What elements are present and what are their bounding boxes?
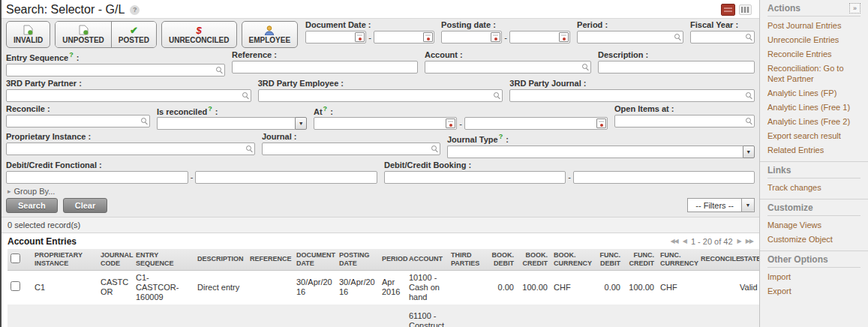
col-state[interactable]: STATE (737, 249, 759, 271)
col-book-credit[interactable]: BOOK. CREDIT (517, 249, 551, 271)
cell-reference (247, 304, 293, 327)
fiscal-year-input[interactable] (690, 31, 755, 44)
reconcile-label: Reconcile : (6, 104, 150, 114)
reference-input[interactable] (232, 61, 418, 74)
col-third-parties[interactable]: THIRD PARTIES (448, 249, 483, 271)
party-employee-input[interactable] (258, 89, 503, 102)
sidebar-item-unreconcile-entries[interactable]: Unreconcile Entries (767, 33, 860, 47)
journal-input[interactable] (262, 142, 440, 155)
help-icon[interactable]: ? (208, 105, 212, 112)
invalid-button[interactable]: INVALID (6, 21, 50, 48)
dc-fonctional-from-input[interactable] (6, 171, 188, 184)
chevron-down-icon[interactable]: ▼ (295, 117, 307, 130)
first-page-button[interactable]: ◀◀ (670, 238, 677, 244)
party-journal-input[interactable] (509, 89, 755, 102)
dc-booking-from-input[interactable] (384, 171, 566, 184)
chevron-down-icon[interactable]: ▼ (741, 199, 754, 212)
filters-dropdown[interactable]: -- Filters -- ▼ (687, 198, 755, 212)
sidebar-item-manage-views[interactable]: Manage Views (767, 218, 860, 232)
calendar-icon[interactable] (355, 32, 365, 42)
col-description[interactable]: DESCRIPTION (194, 249, 247, 271)
help-icon[interactable]: ? (499, 133, 503, 140)
col-book-currency[interactable]: BOOK. CURRENCY (551, 249, 590, 271)
period-input[interactable] (577, 31, 683, 44)
col-proprietary-instance[interactable]: PROPRIETARY INSTANCE (32, 249, 98, 271)
select-all-checkbox[interactable] (11, 254, 20, 263)
open-items-at-input[interactable] (614, 115, 755, 128)
sidebar-item-analytic-lines-free2[interactable]: Analytic Lines (Free 2) (767, 115, 860, 129)
col-book-debit[interactable]: BOOK. DEBIT (483, 249, 517, 271)
col-account[interactable]: ACCOUNT (406, 249, 448, 271)
col-func-credit[interactable]: FUNC. CREDIT (623, 249, 657, 271)
at-from-input[interactable] (314, 117, 457, 130)
prev-page-button[interactable]: ◀ (683, 238, 686, 244)
table-row[interactable]: C1 CASTCOR C1-CASTCOR-160009 Direct entr… (8, 304, 759, 327)
sidebar-item-import[interactable]: Import (767, 270, 860, 284)
sidebar-item-post-journal-entries[interactable]: Post Journal Entries (767, 19, 860, 33)
search-button[interactable]: Search (6, 198, 58, 213)
dc-booking-to-input[interactable] (573, 171, 755, 184)
proprietary-instance-input[interactable] (6, 142, 255, 155)
sidebar-item-analytic-lines-fp[interactable]: Analytic Lines (FP) (767, 86, 860, 100)
sidebar-item-customize-object[interactable]: Customize Object (767, 232, 860, 247)
help-icon[interactable]: ? (69, 51, 74, 58)
sidebar-item-reconcile-entries[interactable]: Reconcile Entries (767, 47, 860, 62)
dc-fonctional-label: Debit/Credit Fonctional : (6, 160, 377, 170)
sidebar-item-export[interactable]: Export (767, 284, 860, 298)
group-by-toggle[interactable]: ▸ Group By... (6, 186, 755, 198)
description-input[interactable] (598, 61, 755, 74)
entry-sequence-input[interactable] (6, 64, 225, 76)
col-posting-date[interactable]: POSTING DATE (336, 249, 379, 271)
posted-button[interactable]: ✔ POSTED (111, 22, 156, 47)
cell-journal-code: CASTCOR (98, 304, 133, 327)
period-label: Period : (577, 20, 683, 30)
calendar-icon[interactable] (446, 118, 455, 128)
table-row[interactable]: C1 CASTCOR C1-CASTCOR-160009 Direct entr… (8, 270, 759, 304)
calendar-icon[interactable] (423, 32, 433, 42)
last-page-button[interactable]: ▶▶ (746, 238, 753, 244)
party-partner-input[interactable] (6, 89, 251, 102)
clear-button[interactable]: Clear (63, 198, 108, 213)
col-reference[interactable]: REFERENCE (247, 249, 293, 271)
page-range: 1 - 20 of 42 (691, 237, 733, 246)
title-help-icon[interactable]: ? (130, 5, 140, 15)
document-icon (79, 25, 89, 35)
calendar-icon[interactable] (596, 118, 606, 128)
next-page-button[interactable]: ▶ (737, 238, 741, 244)
colon: : (506, 135, 509, 144)
sidebar-item-export-search-result[interactable]: Export search result (767, 129, 860, 143)
cell-func-currency: CHF (657, 270, 698, 304)
reconcile-input[interactable] (6, 115, 150, 128)
collapse-sidebar-button[interactable]: » (849, 3, 860, 14)
unreconciled-button[interactable]: $ UNRECONCILED (161, 21, 237, 48)
sidebar-item-track-changes[interactable]: Track changes (767, 181, 860, 195)
calendar-icon[interactable] (559, 32, 569, 42)
journal-type-select[interactable] (447, 146, 743, 158)
sidebar-item-reconciliation-next-partner[interactable]: Reconciliation: Go to Next Partner (767, 62, 860, 86)
journal-type-label: Journal Type (447, 135, 498, 144)
col-func-debit[interactable]: FUNC. DEBIT (590, 249, 623, 271)
calendar-icon[interactable] (491, 32, 500, 42)
is-reconciled-select[interactable] (157, 117, 295, 130)
list-view-icon[interactable] (721, 4, 735, 16)
sidebar-item-related-entries[interactable]: Related Entries (767, 143, 860, 158)
help-icon[interactable]: ? (323, 105, 328, 112)
employee-button[interactable]: EMPLOYEE (242, 21, 299, 48)
col-period[interactable]: PERIOD (379, 249, 406, 271)
col-document-date[interactable]: DOCUMENT DATE (293, 249, 336, 271)
unposted-button[interactable]: UNPOSTED (56, 22, 111, 47)
colon: : (77, 53, 80, 62)
col-journal-code[interactable]: JOURNAL CODE (98, 249, 133, 271)
grid-view-icon[interactable] (739, 4, 752, 15)
dc-fonctional-to-input[interactable] (195, 171, 377, 184)
account-input[interactable] (425, 61, 591, 74)
col-entry-sequence[interactable]: ENTRY SEQUENCE (133, 249, 194, 271)
at-to-input[interactable] (464, 117, 608, 130)
is-reconciled-label: Is reconciled (157, 106, 207, 116)
chevron-down-icon[interactable]: ▼ (743, 146, 755, 158)
col-reconcile[interactable]: RECONCILE (698, 249, 737, 271)
cell-journal-code: CASTCOR (98, 270, 133, 304)
row-checkbox[interactable] (11, 281, 20, 291)
col-func-currency[interactable]: FUNC. CURRENCY (657, 249, 698, 271)
sidebar-item-analytic-lines-free1[interactable]: Analytic Lines (Free 1) (767, 100, 860, 115)
